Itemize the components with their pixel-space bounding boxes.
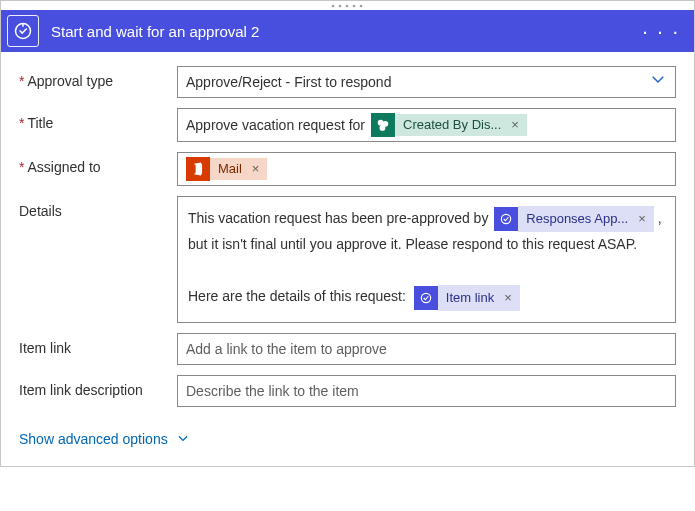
approvals-icon [7,15,39,47]
svg-point-9 [502,215,511,224]
label-details: Details [19,196,177,219]
label-approval-type: *Approval type [19,66,177,89]
svg-point-0 [331,4,334,7]
show-advanced-options-link[interactable]: Show advanced options [19,431,190,448]
chevron-down-icon [176,431,190,448]
details-text: but it isn't final until you approve it.… [188,231,665,257]
svg-point-1 [338,4,341,7]
placeholder-text: Add a link to the item to approve [186,338,387,360]
title-input[interactable]: Approve vacation request for Created By … [177,108,676,142]
label-item-link-description: Item link description [19,375,177,398]
svg-point-2 [345,4,348,7]
title-text-prefix: Approve vacation request for [186,114,365,136]
token-remove-icon[interactable]: × [250,158,268,180]
token-remove-icon[interactable]: × [502,285,520,311]
details-input[interactable]: This vacation request has been pre-appro… [177,196,676,323]
item-link-input[interactable]: Add a link to the item to approve [177,333,676,365]
chevron-down-icon [649,70,667,94]
svg-point-8 [380,125,386,131]
approval-action-card: Start and wait for an approval 2 · · · *… [0,0,695,467]
token-mail[interactable]: Mail × [186,157,267,181]
label-title: *Title [19,108,177,131]
approval-type-value: Approve/Reject - First to respond [186,71,391,93]
token-created-by[interactable]: Created By Dis... × [371,113,527,137]
label-item-link: Item link [19,333,177,356]
drag-handle[interactable] [1,1,694,10]
sharepoint-icon [371,113,395,137]
placeholder-text: Describe the link to the item [186,380,359,402]
office-icon [186,157,210,181]
approvals-icon [414,286,438,310]
token-item-link[interactable]: Item link × [414,286,520,310]
svg-point-3 [352,4,355,7]
approvals-icon [494,207,518,231]
svg-point-10 [421,293,430,302]
card-body: *Approval type Approve/Reject - First to… [1,52,694,425]
label-assigned-to: *Assigned to [19,152,177,175]
token-responses-app[interactable]: Responses App... × [494,207,654,231]
card-header[interactable]: Start and wait for an approval 2 · · · [1,10,694,52]
approval-type-select[interactable]: Approve/Reject - First to respond [177,66,676,98]
token-remove-icon[interactable]: × [509,114,527,136]
card-menu-button[interactable]: · · · [638,20,684,43]
details-text: Here are the details of this request: [188,288,406,304]
token-remove-icon[interactable]: × [636,206,654,232]
card-title: Start and wait for an approval 2 [51,23,638,40]
item-link-description-input[interactable]: Describe the link to the item [177,375,676,407]
assigned-to-input[interactable]: Mail × [177,152,676,186]
svg-point-4 [359,4,362,7]
details-text: This vacation request has been pre-appro… [188,210,488,226]
